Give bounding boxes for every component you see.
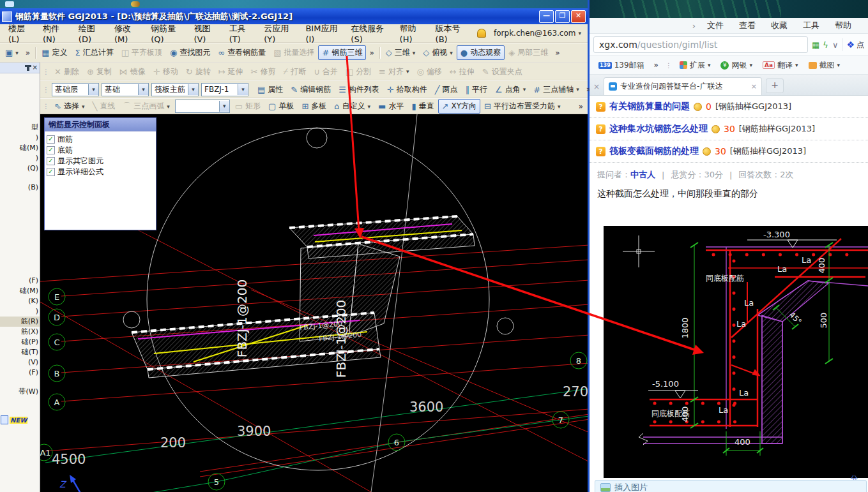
chevron-down-icon[interactable]: ∨ [832, 40, 839, 50]
toolbar-button[interactable]: ✂修剪▾ [247, 64, 280, 79]
raft-slab-model[interactable] [132, 216, 475, 378]
browser-menu-item[interactable]: 查看 [731, 20, 763, 31]
sidebar-tree-item[interactable]: 础(M) [0, 286, 40, 296]
desktop-icon[interactable] [5, 1, 14, 7]
sidebar-tree-item[interactable]: (Q) [0, 163, 40, 174]
sidebar-tree-item[interactable]: 筋(R) [0, 317, 40, 327]
sidebar-close-icon[interactable]: × [33, 64, 38, 71]
layer-tool-button[interactable]: ▣▾ [1, 46, 22, 59]
toolbar-button[interactable]: ╲直线▾ [88, 99, 119, 114]
toolbar-button[interactable]: ◫平齐板顶▾ [118, 45, 166, 60]
sidebar-tree-item[interactable]: (K) [0, 296, 40, 306]
menu-item[interactable]: BIM应用(I) [300, 21, 345, 46]
desktop-icon[interactable] [131, 1, 140, 7]
toolbar-button[interactable]: ⌿打断▾ [279, 64, 310, 79]
toolbar-button[interactable]: ✎设置夹点▾ [478, 64, 526, 79]
browser-tab[interactable]: 专业造价问题答疑平台-广联达 × [604, 77, 762, 95]
insert-image-bar[interactable]: 插入图片 [595, 480, 867, 492]
view-toolbar-button[interactable]: ●动态观察▾ [457, 45, 505, 60]
toolbar-button[interactable]: ✎编辑钢筋▾ [287, 82, 335, 97]
tab-close-icon[interactable]: × [751, 82, 757, 91]
combo-box[interactable]: 基础层 ▾ [52, 83, 99, 96]
menu-item[interactable]: 楼层(L) [3, 21, 37, 46]
panel-title[interactable]: 钢筋显示控制面板 [45, 118, 156, 131]
toolbar-button[interactable]: ⊟平行边布置受力筋▾ [480, 99, 564, 114]
toolbar-button[interactable]: ∞查看钢筋量▾ [214, 45, 270, 60]
checkbox-checked-icon[interactable]: ✓ [47, 168, 55, 176]
sidebar-tree-item[interactable]: (V) [0, 357, 40, 368]
toolbar-button[interactable]: ▧批量选择▾ [270, 45, 318, 60]
toolbar-button[interactable]: ∥平行▾ [462, 82, 492, 97]
account-menu[interactable]: forpk.chen@163.com ▾ [491, 29, 585, 38]
menu-item[interactable]: 构件(N) [37, 21, 73, 46]
cad-detail-image[interactable]: -3.300 -5.100 1800 400 400 500 400 45° L… [604, 226, 868, 478]
checkbox-checked-icon[interactable]: ✓ [47, 146, 55, 154]
sidebar-tree-item[interactable]: ) [0, 133, 40, 143]
toolbar-overflow-icon[interactable]: » [552, 48, 563, 57]
menu-item[interactable]: 帮助(H) [394, 21, 430, 46]
toolbar-button[interactable]: ◫分割▾ [342, 64, 375, 79]
bookmark-item[interactable]: 139 139邮箱 [595, 60, 648, 71]
sidebar-tree-item[interactable]: 础(M) [0, 143, 40, 153]
bookmarks-overflow-icon[interactable]: » [651, 61, 662, 70]
toolbar-button[interactable]: ⇖选择▾ [50, 99, 88, 114]
sidebar-tree-item[interactable]: (B) [0, 183, 40, 193]
view-toolbar-button[interactable]: ◇俯视▾ [419, 45, 457, 60]
bookmark-item[interactable]: 截图 ▾ [805, 60, 844, 71]
asker-link[interactable]: 中古人 [630, 170, 655, 179]
checkbox-checked-icon[interactable]: ✓ [47, 157, 55, 165]
menu-item[interactable]: 云应用(Y) [258, 21, 300, 46]
empty-combo-box[interactable]: ▾ [175, 100, 230, 113]
sidebar-tree-item[interactable]: 型 [0, 123, 40, 133]
question-list-item[interactable]: ? 这种集水坑钢筋怎么处理 30 [钢筋抽样GGJ2013] [590, 118, 868, 140]
menu-item[interactable]: 绘图(D) [73, 21, 109, 46]
3d-viewport[interactable]: E D C B A A1 5 6 7 8 [40, 114, 588, 492]
toolbar-button[interactable]: ◉查找图元▾ [166, 45, 214, 60]
question-link[interactable]: 这种集水坑钢筋怎么处理 [609, 123, 708, 135]
view-toolbar-button[interactable]: ◇三维▾ [382, 45, 420, 60]
qr-code-icon[interactable]: ▦ [812, 40, 819, 50]
toolbar-button[interactable]: ⌒三点画弧▾ [119, 99, 174, 114]
maximize-button[interactable]: ❐ [555, 10, 570, 23]
toolbar-button[interactable]: ╱两点▾ [431, 82, 462, 97]
toolbar-overflow-icon[interactable]: » [575, 102, 586, 111]
toolbar-button[interactable]: ∪合并▾ [310, 64, 342, 79]
toolbar-button[interactable]: ≡对齐▾ [375, 64, 413, 79]
toolbar-button[interactable]: ↻旋转▾ [182, 64, 215, 79]
sidebar-tree-item[interactable]: ) [0, 306, 40, 317]
panel-checkbox-row[interactable]: ✓ 面筋 [47, 134, 154, 145]
toolbar-button[interactable]: ▮垂直▾ [407, 99, 438, 114]
toolbar-button[interactable]: ↦延伸▾ [215, 64, 247, 79]
sidebar-tree-item[interactable]: 础(P) [0, 337, 40, 347]
browser-menu-item[interactable]: 工具 [795, 20, 827, 31]
question-list-item[interactable]: ? 有关钢筋算量的问题 0 [钢筋抽样GGJ2013] [590, 96, 868, 118]
combo-box[interactable]: FBZJ-1 ▾ [201, 83, 248, 96]
menu-item[interactable]: 在线服务(S) [345, 21, 393, 46]
toolbar-button[interactable]: ↔拉伸▾ [446, 64, 478, 79]
menu-item[interactable]: 版本号(B) [430, 21, 472, 46]
toolbar-button[interactable]: ▤属性▾ [254, 82, 287, 97]
question-link[interactable]: 有关钢筋算量的问题 [609, 101, 690, 112]
sidebar-tree-item[interactable]: (F) [0, 276, 40, 286]
toolbar-button[interactable]: ✛移动▾ [149, 64, 182, 79]
browser-menu-item[interactable]: 帮助 [827, 20, 859, 31]
toolbar-button[interactable]: ∠点角▾ [491, 82, 529, 97]
toolbar-button[interactable]: ✕删除▾ [50, 64, 83, 79]
new-tab-button[interactable]: + [766, 78, 784, 93]
question-list-item[interactable]: ? 筏板变截面钢筋的处理 30 [钢筋抽样GGJ2013] [590, 140, 868, 163]
toolbar-button[interactable]: #钢筋三维▾ [318, 45, 366, 60]
address-bar[interactable]: xgx.com /question/giml/list [593, 36, 808, 53]
panel-checkbox-row[interactable]: ✓ 显示其它图元 [47, 156, 154, 167]
toolbar-button[interactable]: ▬水平▾ [374, 99, 407, 114]
toolbar-button[interactable]: ⊕复制▾ [83, 64, 116, 79]
toolbar-button[interactable]: ▭矩形▾ [231, 99, 264, 114]
sidebar-tree-item[interactable]: 筋(X) [0, 327, 40, 337]
menu-item[interactable]: 钢筋量(Q) [145, 21, 188, 46]
menu-overflow-icon[interactable]: › [689, 21, 699, 31]
toolbar-button[interactable]: ▢单板▾ [264, 99, 298, 114]
panel-checkbox-row[interactable]: ✓ 显示详细公式 [47, 167, 154, 177]
bookmark-item[interactable]: ¥ 网银 ▾ [717, 60, 756, 71]
sidebar-tree-item[interactable]: (F) [0, 368, 40, 378]
minimize-button[interactable]: — [539, 10, 554, 23]
menu-item[interactable]: 修改(M) [109, 21, 145, 46]
